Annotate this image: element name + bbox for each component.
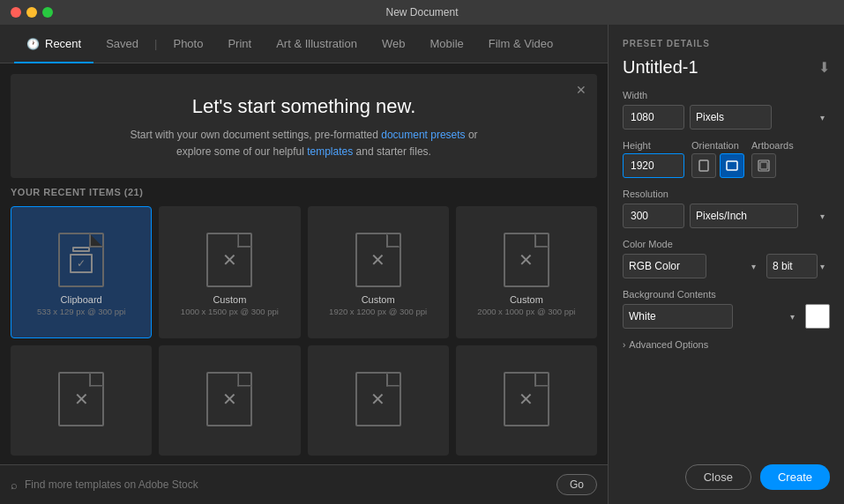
preset-details-label: PRESET DETAILS: [623, 39, 830, 48]
search-input-wrap: ⌕: [11, 478, 549, 492]
item-sublabel-2: 1920 x 1200 px @ 300 ppi: [329, 307, 427, 316]
bg-color-swatch[interactable]: [805, 304, 830, 329]
go-button[interactable]: Go: [556, 474, 597, 495]
search-icon: ⌕: [11, 478, 18, 492]
custom-icon-1: ✕: [222, 249, 237, 271]
artboard-button[interactable]: [751, 153, 776, 178]
height-group: Height: [623, 140, 684, 178]
bg-contents-label: Background Contents: [623, 289, 830, 300]
tab-film[interactable]: Film & Video: [476, 25, 565, 63]
item-sublabel-1: 1000 x 1500 px @ 300 ppi: [181, 307, 279, 316]
item-sublabel-0: 533 x 129 px @ 300 ppi: [37, 307, 126, 316]
recent-item-1[interactable]: ✕ Custom 1000 x 1500 px @ 300 ppi: [159, 206, 300, 338]
main-area: 🕐 Recent Saved | Photo Print Art & Illus…: [0, 25, 844, 504]
orientation-group: Orientation: [691, 140, 744, 178]
recent-header: YOUR RECENT ITEMS (21): [11, 187, 597, 197]
document-presets-link[interactable]: document presets: [381, 129, 465, 141]
recent-item-5[interactable]: ✕: [159, 345, 300, 456]
tab-web[interactable]: Web: [370, 25, 418, 63]
checkmark-icon: ✓: [77, 257, 86, 270]
width-unit-dropdown[interactable]: Pixels Inches Centimeters: [690, 105, 830, 130]
custom-icon-2: ✕: [370, 249, 385, 271]
preset-title: Untitled-1: [623, 57, 698, 78]
svg-rect-3: [760, 162, 767, 169]
window-controls: [11, 7, 53, 18]
tab-mobile[interactable]: Mobile: [417, 25, 475, 63]
color-mode-label: Color Mode: [623, 239, 830, 249]
hero-banner: ✕ Let's start something new. Start with …: [11, 74, 597, 178]
recent-item-0[interactable]: ✓ Clipboard 533 x 129 px @ 300 ppi: [11, 206, 152, 338]
portrait-button[interactable]: [691, 153, 716, 178]
color-mode-select[interactable]: RGB Color CMYK Color Grayscale: [623, 254, 706, 278]
width-input[interactable]: [623, 105, 684, 130]
height-label: Height: [623, 140, 684, 151]
doc-icon-2: ✕: [355, 233, 401, 287]
item-label-2: Custom: [362, 294, 395, 305]
recent-item-2[interactable]: ✕ Custom 1920 x 1200 px @ 300 ppi: [308, 206, 449, 338]
width-unit-select[interactable]: Pixels Inches Centimeters: [690, 105, 772, 130]
tab-print[interactable]: Print: [215, 25, 264, 63]
templates-link[interactable]: templates: [307, 145, 353, 158]
tab-saved[interactable]: Saved: [93, 25, 151, 63]
advanced-options-toggle[interactable]: › Advanced Options: [623, 339, 830, 350]
title-bar: New Document: [0, 0, 844, 25]
custom-icon-6: ✕: [370, 389, 385, 410]
recent-section: YOUR RECENT ITEMS (21) ✓ Clipboard: [0, 178, 608, 464]
search-input[interactable]: [25, 478, 549, 491]
color-mode-dropdown[interactable]: RGB Color CMYK Color Grayscale: [623, 254, 761, 278]
artboards-group: Artboards: [751, 140, 794, 178]
recent-grid: ✓ Clipboard 533 x 129 px @ 300 ppi ✕ Cus…: [11, 206, 597, 456]
resolution-label: Resolution: [623, 189, 830, 199]
close-button[interactable]: Close: [685, 464, 751, 490]
tab-art[interactable]: Art & Illustration: [264, 25, 370, 63]
save-preset-icon[interactable]: ⬇: [818, 59, 830, 76]
create-button[interactable]: Create: [760, 464, 830, 490]
clock-icon: 🕐: [26, 38, 40, 50]
close-window-button[interactable]: [11, 7, 21, 18]
preset-title-row: Untitled-1 ⬇: [623, 57, 830, 78]
width-label: Width: [623, 90, 830, 100]
chevron-right-icon: ›: [623, 340, 625, 350]
left-panel: 🕐 Recent Saved | Photo Print Art & Illus…: [0, 25, 608, 504]
resolution-row: Pixels/Inch Pixels/Centimeter: [623, 204, 830, 228]
recent-item-7[interactable]: ✕: [456, 345, 597, 456]
tab-separator-left: |: [151, 25, 161, 63]
custom-icon-7: ✕: [519, 389, 534, 410]
minimize-window-button[interactable]: [26, 7, 37, 18]
bg-contents-row: White Black Background Color Transparent…: [623, 304, 830, 329]
artboards-label: Artboards: [751, 140, 794, 151]
orientation-label: Orientation: [691, 140, 744, 151]
width-row: Pixels Inches Centimeters: [623, 105, 830, 130]
resolution-unit-dropdown[interactable]: Pixels/Inch Pixels/Centimeter: [690, 204, 830, 228]
doc-icon-0: ✓: [58, 233, 104, 287]
landscape-button[interactable]: [720, 153, 744, 178]
hero-title: Let's start something new.: [28, 95, 579, 118]
bg-contents-select[interactable]: White Black Background Color Transparent…: [623, 304, 733, 329]
recent-item-6[interactable]: ✕: [308, 345, 449, 456]
hero-close-button[interactable]: ✕: [576, 83, 586, 97]
height-input[interactable]: [623, 153, 684, 178]
tab-recent[interactable]: 🕐 Recent: [14, 25, 93, 63]
action-row: Close Create: [623, 464, 830, 490]
svg-rect-0: [699, 160, 708, 171]
resolution-input[interactable]: [623, 204, 684, 228]
svg-rect-1: [727, 161, 737, 170]
doc-icon-5: ✕: [206, 372, 252, 426]
doc-icon-4: ✕: [58, 372, 104, 426]
tabs-bar: 🕐 Recent Saved | Photo Print Art & Illus…: [0, 25, 608, 63]
search-bar: ⌕ Go: [0, 464, 608, 504]
window-title: New Document: [385, 6, 458, 19]
bit-depth-select[interactable]: 8 bit 16 bit 32 bit: [766, 254, 818, 278]
bit-depth-dropdown[interactable]: 8 bit 16 bit 32 bit: [766, 254, 830, 278]
resolution-unit-select[interactable]: Pixels/Inch Pixels/Centimeter: [690, 204, 798, 228]
item-sublabel-3: 2000 x 1000 px @ 300 ppi: [477, 307, 575, 316]
recent-item-3[interactable]: ✕ Custom 2000 x 1000 px @ 300 ppi: [456, 206, 597, 338]
doc-icon-1: ✕: [206, 233, 252, 287]
maximize-window-button[interactable]: [42, 7, 53, 18]
recent-item-4[interactable]: ✕: [11, 345, 152, 456]
item-label-1: Custom: [213, 294, 246, 305]
bg-contents-dropdown[interactable]: White Black Background Color Transparent…: [623, 304, 800, 329]
custom-icon-5: ✕: [222, 389, 237, 410]
tab-photo[interactable]: Photo: [161, 25, 215, 63]
height-orientation-row: Height Orientation Artboards: [623, 140, 830, 178]
